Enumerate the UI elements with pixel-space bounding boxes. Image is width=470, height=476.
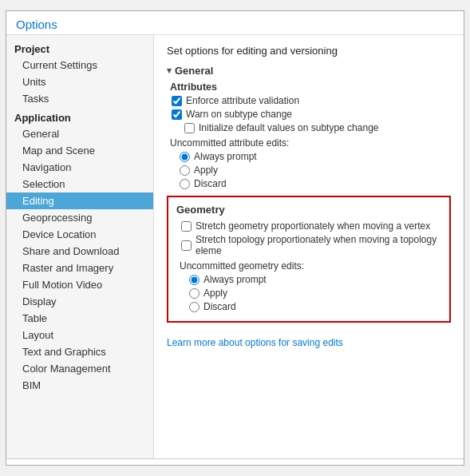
attr-radio-always: Always prompt <box>180 151 451 162</box>
warn-checkbox[interactable] <box>172 109 182 120</box>
attr-radio-apply-label: Apply <box>194 165 218 176</box>
attr-radio-discard[interactable] <box>180 179 190 189</box>
uncommitted-geom-label: Uncommitted geometry edits: <box>180 260 441 272</box>
sidebar-item-raster-and-imagery[interactable]: Raster and Imagery <box>6 260 153 276</box>
general-section: ▾ General Attributes Enforce attribute v… <box>167 65 451 189</box>
sidebar-item-text-and-graphics[interactable]: Text and Graphics <box>6 343 153 360</box>
warn-label: Warn on subtype change <box>186 109 292 120</box>
sidebar-item-geoprocessing[interactable]: Geoprocessing <box>6 209 153 226</box>
geom-radio-apply[interactable] <box>189 288 199 299</box>
geom-radio-always-label: Always prompt <box>203 274 267 285</box>
stretch-row: Stretch geometry proportionately when mo… <box>181 220 441 232</box>
stretch-topo-checkbox[interactable] <box>181 240 192 251</box>
main-content: Set options for editing and versioning ▾… <box>154 35 464 458</box>
sidebar-item-current-settings[interactable]: Current Settings <box>6 57 153 73</box>
attributes-label: Attributes <box>170 81 451 93</box>
geom-radio-discard-row: Discard <box>189 301 441 312</box>
dialog-body: Project Current Settings Units Tasks App… <box>6 35 464 458</box>
stretch-checkbox[interactable] <box>181 221 192 232</box>
init-label: Initialize default values on subtype cha… <box>199 122 379 133</box>
learn-link[interactable]: Learn more about options for saving edit… <box>167 337 343 348</box>
sidebar-item-editing[interactable]: Editing <box>6 192 153 209</box>
sidebar: Project Current Settings Units Tasks App… <box>6 35 154 458</box>
attr-radio-always-prompt[interactable] <box>180 152 190 162</box>
sidebar-item-units[interactable]: Units <box>6 73 153 90</box>
geom-radio-apply-row: Apply <box>189 288 441 299</box>
dialog-bottom-bar <box>6 458 464 465</box>
sidebar-item-full-motion-video[interactable]: Full Motion Video <box>6 276 153 293</box>
init-row: Initialize default values on subtype cha… <box>184 122 451 133</box>
sidebar-item-tasks[interactable]: Tasks <box>6 90 153 107</box>
geom-radio-apply-label: Apply <box>203 288 227 299</box>
sidebar-item-navigation[interactable]: Navigation <box>6 159 153 176</box>
sidebar-item-general[interactable]: General <box>6 125 153 142</box>
geom-radio-always-prompt[interactable] <box>189 275 199 285</box>
enforce-checkbox[interactable] <box>172 96 182 106</box>
stretch-label: Stretch geometry proportionately when mo… <box>196 220 430 232</box>
sidebar-item-layout[interactable]: Layout <box>6 327 153 343</box>
geometry-section-title: Geometry <box>176 204 441 216</box>
sidebar-item-table[interactable]: Table <box>6 310 153 327</box>
general-section-title: ▾ General <box>167 65 451 77</box>
main-header: Set options for editing and versioning <box>167 45 451 57</box>
sidebar-item-share-and-download[interactable]: Share and Download <box>6 243 153 260</box>
stretch-topo-row: Stretch topology proportionately when mo… <box>181 234 441 256</box>
sidebar-item-selection[interactable]: Selection <box>6 176 153 192</box>
sidebar-item-map-and-scene[interactable]: Map and Scene <box>6 142 153 159</box>
sidebar-item-bim[interactable]: BIM <box>6 377 153 394</box>
attr-radio-apply[interactable] <box>180 165 190 176</box>
sidebar-group-application: Application <box>6 107 153 125</box>
general-chevron: ▾ <box>167 65 172 76</box>
sidebar-group-project: Project <box>6 38 153 57</box>
enforce-label: Enforce attribute validation <box>186 95 299 106</box>
geom-radio-discard-label: Discard <box>203 301 236 312</box>
geometry-section: Geometry Stretch geometry proportionatel… <box>167 196 451 323</box>
attr-radio-discard-row: Discard <box>180 178 451 189</box>
sidebar-item-color-management[interactable]: Color Management <box>6 360 153 377</box>
geom-radio-always-row: Always prompt <box>189 274 441 285</box>
dialog-title: Options <box>6 11 464 35</box>
attr-radio-discard-label: Discard <box>194 178 227 189</box>
stretch-topo-label: Stretch topology proportionately when mo… <box>196 234 441 256</box>
attr-radio-apply-row: Apply <box>180 165 451 176</box>
enforce-row: Enforce attribute validation <box>172 95 451 106</box>
options-dialog: Options Project Current Settings Units T… <box>6 10 464 466</box>
warn-row: Warn on subtype change <box>172 109 451 120</box>
sidebar-item-device-location[interactable]: Device Location <box>6 226 153 243</box>
uncommitted-attr-label: Uncommitted attribute edits: <box>170 137 451 149</box>
init-checkbox[interactable] <box>184 123 195 133</box>
geom-radio-discard[interactable] <box>189 302 199 312</box>
sidebar-item-display[interactable]: Display <box>6 293 153 310</box>
attr-radio-always-label: Always prompt <box>194 151 257 162</box>
